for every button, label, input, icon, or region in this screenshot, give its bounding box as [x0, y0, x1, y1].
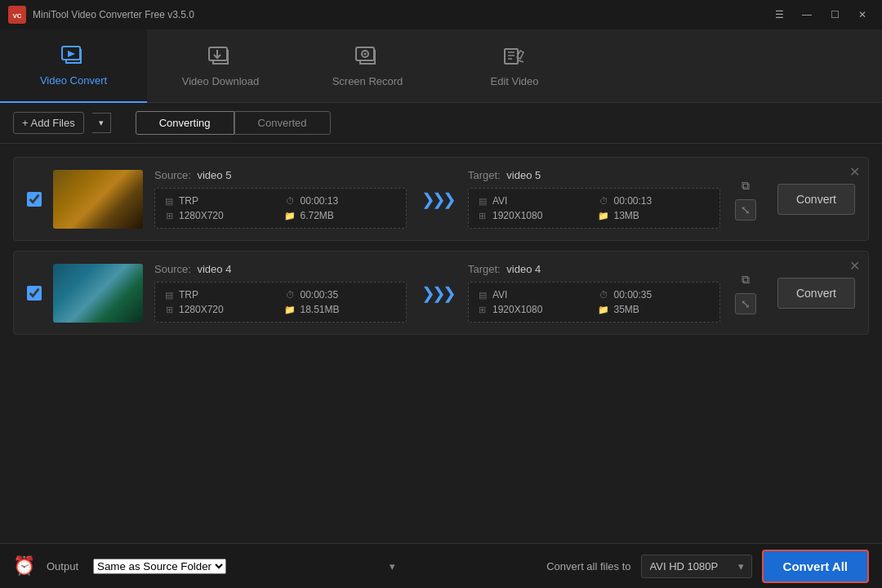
file-card-2: Source: video 4 ▤ TRP ⏱ 00:00:35 ⊞ 1280X…	[13, 251, 869, 335]
convert-all-files-to-label: Convert all files to	[546, 560, 630, 572]
app-title: MiniTool Video Converter Free v3.5.0	[33, 9, 768, 20]
convert-1-button[interactable]: Convert	[777, 184, 855, 215]
card-info-1: Source: video 5 ▤ TRP ⏱ 00:00:13 ⊞ 1280X…	[154, 169, 756, 229]
app-logo: VC	[8, 6, 26, 24]
nav-video-download[interactable]: Video Download	[147, 29, 294, 103]
nav-screen-record-label: Screen Record	[332, 75, 403, 87]
target-details-2: ▤ AVI ⏱ 00:00:35 ⊞ 1920X1080 📁 35MB	[468, 282, 720, 323]
target-title-1: Target: video 5	[468, 169, 720, 181]
add-files-dropdown-button[interactable]: ▾	[92, 113, 111, 133]
source-resolution-1: ⊞ 1280X720	[163, 210, 276, 221]
main-content: Source: video 5 ▤ TRP ⏱ 00:00:13 ⊞ 1280X…	[0, 144, 882, 543]
target-size-1: 📁 13MB	[598, 210, 711, 221]
video-convert-icon	[61, 43, 86, 69]
target-size-2: 📁 35MB	[598, 304, 711, 315]
svg-line-13	[519, 60, 523, 62]
thumbnail-2	[53, 264, 143, 323]
svg-marker-3	[68, 51, 75, 57]
card-info-2: Source: video 4 ▤ TRP ⏱ 00:00:35 ⊞ 1280X…	[154, 263, 756, 323]
target-section-2: Target: video 4 ▤ AVI ⏱ 00:00:35 ⊞ 1920X…	[468, 263, 720, 323]
screen-record-icon	[355, 44, 380, 70]
source-section-1: Source: video 5 ▤ TRP ⏱ 00:00:13 ⊞ 1280X…	[154, 169, 407, 229]
file-checkbox-2[interactable]	[27, 286, 42, 301]
target-duration-2: ⏱ 00:00:35	[598, 289, 711, 301]
nav-screen-record[interactable]: Screen Record	[294, 29, 441, 103]
convert-all-section: Convert all files to AVI HD 1080P MP4 HD…	[546, 550, 869, 583]
resize-target-1-button[interactable]: ⤡	[735, 199, 756, 220]
source-title-2: Source: video 4	[154, 263, 407, 275]
nav-edit-video[interactable]: Edit Video	[441, 29, 588, 103]
source-title-1: Source: video 5	[154, 169, 407, 181]
edit-target-2-button[interactable]: ⧉	[740, 271, 751, 288]
target-actions-2: ⧉ ⤡	[735, 271, 756, 314]
minimize-button[interactable]: —	[795, 7, 818, 23]
source-duration-1: ⏱ 00:00:13	[284, 195, 398, 207]
source-size-1: 📁 6.72MB	[284, 210, 398, 221]
source-details-1: ▤ TRP ⏱ 00:00:13 ⊞ 1280X720 📁 6.72MB	[154, 188, 407, 229]
converting-tab[interactable]: Converting	[136, 111, 234, 135]
target-format-1: ▤ AVI	[477, 195, 590, 207]
format-select-wrapper: AVI HD 1080P MP4 HD 1080P MKV HD 1080P M…	[641, 555, 752, 578]
arrows-2: ❯❯❯	[415, 285, 460, 301]
convert-all-button[interactable]: Convert All	[762, 550, 869, 583]
target-actions-1: ⧉ ⤡	[735, 177, 756, 220]
format-select[interactable]: AVI HD 1080P MP4 HD 1080P MKV HD 1080P M…	[641, 555, 752, 578]
target-section-1: Target: video 5 ▤ AVI ⏱ 00:00:13 ⊞ 1920X…	[468, 169, 720, 229]
arrows-1: ❯❯❯	[415, 191, 460, 207]
close-button[interactable]: ✕	[851, 7, 874, 23]
add-files-button[interactable]: + Add Files	[13, 112, 84, 134]
converted-tab[interactable]: Converted	[234, 111, 331, 135]
source-format-1: ▤ TRP	[163, 195, 276, 207]
target-resolution-2: ⊞ 1920X1080	[477, 304, 590, 315]
edit-video-icon	[502, 44, 527, 70]
convert-tabs: Converting Converted	[136, 111, 331, 135]
output-path-wrapper: Same as Source Folder	[93, 559, 403, 574]
convert-2-button[interactable]: Convert	[777, 278, 855, 309]
resize-target-2-button[interactable]: ⤡	[735, 293, 756, 314]
video-download-icon	[208, 44, 233, 70]
output-label: Output	[47, 560, 78, 572]
title-bar: VC MiniTool Video Converter Free v3.5.0 …	[0, 0, 882, 29]
target-resolution-1: ⊞ 1920X1080	[477, 210, 590, 221]
close-card-2-button[interactable]: ✕	[849, 260, 860, 273]
file-checkbox-1[interactable]	[27, 192, 42, 207]
source-size-2: 📁 18.51MB	[284, 304, 398, 315]
edit-target-1-button[interactable]: ⧉	[740, 177, 751, 194]
target-duration-1: ⏱ 00:00:13	[598, 195, 711, 207]
source-details-2: ▤ TRP ⏱ 00:00:35 ⊞ 1280X720 📁 18.51MB	[154, 282, 407, 323]
nav-video-convert[interactable]: Video Convert	[0, 29, 147, 103]
menu-button[interactable]: ☰	[768, 7, 791, 23]
target-format-2: ▤ AVI	[477, 289, 590, 301]
nav-bar: Video Convert Video Download Screen Reco…	[0, 29, 882, 103]
thumbnail-1	[53, 170, 143, 229]
source-format-2: ▤ TRP	[163, 289, 276, 301]
close-card-1-button[interactable]: ✕	[849, 166, 860, 179]
window-controls: ☰ — ☐ ✕	[768, 7, 874, 23]
nav-edit-video-label: Edit Video	[490, 75, 538, 87]
svg-rect-9	[505, 49, 518, 64]
svg-text:VC: VC	[12, 12, 21, 20]
output-clock-icon: ⏰	[13, 555, 35, 577]
file-card-1: Source: video 5 ▤ TRP ⏱ 00:00:13 ⊞ 1280X…	[13, 157, 869, 241]
source-resolution-2: ⊞ 1280X720	[163, 304, 276, 315]
maximize-button[interactable]: ☐	[823, 7, 846, 23]
target-details-1: ▤ AVI ⏱ 00:00:13 ⊞ 1920X1080 📁 13MB	[468, 188, 720, 229]
status-bar: ⏰ Output Same as Source Folder Convert a…	[0, 543, 882, 588]
source-duration-2: ⏱ 00:00:35	[284, 289, 398, 301]
svg-point-8	[364, 53, 367, 56]
nav-video-download-label: Video Download	[182, 75, 259, 87]
source-section-2: Source: video 4 ▤ TRP ⏱ 00:00:35 ⊞ 1280X…	[154, 263, 407, 323]
toolbar: + Add Files ▾ Converting Converted	[0, 103, 882, 144]
output-path-select[interactable]: Same as Source Folder	[93, 559, 226, 574]
nav-video-convert-label: Video Convert	[40, 74, 107, 87]
target-title-2: Target: video 4	[468, 263, 720, 275]
